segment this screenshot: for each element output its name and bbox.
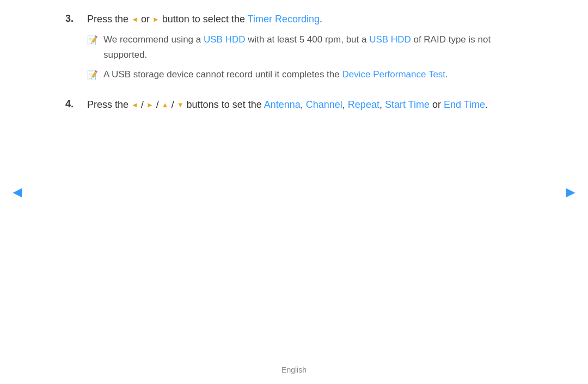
step-4-number: 4. [65, 96, 87, 113]
step-4-press-the: Press the [87, 99, 131, 110]
step-3: 3. Press the ◄ or ► button to select the… [65, 11, 523, 87]
note-2-text-after: . [445, 69, 448, 80]
step-3-content: Press the ◄ or ► button to select the Ti… [87, 11, 523, 87]
step-3-press-the: Press the [87, 14, 131, 25]
note-2-text: A USB storage device cannot record until… [103, 67, 448, 82]
note-1-text-middle: with at least 5 400 rpm, but a [245, 34, 369, 45]
note-1-text: We recommend using a USB HDD with at lea… [103, 32, 523, 63]
step-3-number: 3. [65, 11, 87, 87]
timer-recording-link[interactable]: Timer Recording [248, 14, 320, 25]
step-4-or: or [430, 99, 444, 110]
step-4-period: . [485, 99, 488, 110]
left-arrow-icon: ◄ [131, 15, 138, 23]
device-performance-link[interactable]: Device Performance Test [342, 69, 445, 80]
main-content: 3. Press the ◄ or ► button to select the… [22, 0, 566, 155]
step4-left-arrow-icon: ◄ [131, 101, 138, 109]
step-3-or: or [138, 14, 152, 25]
step-4-buttons-to: buttons to set the [184, 99, 264, 110]
step-3-period: . [320, 14, 322, 25]
usb-hdd-1-link[interactable]: USB HDD [204, 34, 246, 45]
right-arrow-icon: ► [152, 15, 160, 23]
step-4-comma3: , [379, 99, 385, 110]
step4-down-arrow-icon: ▼ [177, 101, 184, 109]
step-4-slash1: / [138, 99, 146, 110]
step4-up-arrow-icon: ▲ [162, 101, 169, 109]
step4-right-arrow-icon: ► [146, 101, 154, 109]
step-4-slash2: / [154, 99, 162, 110]
step-4-comma1: , [301, 99, 306, 110]
note-1: 📝 We recommend using a USB HDD with at l… [87, 32, 523, 63]
start-time-link[interactable]: Start Time [385, 99, 430, 110]
step-3-button-to: button to select the [160, 14, 248, 25]
note-1-icon: 📝 [87, 33, 103, 47]
step-4-content: Press the ◄ / ► / ▲ / ▼ buttons to set t… [87, 96, 523, 113]
note-2: 📝 A USB storage device cannot record unt… [87, 67, 523, 82]
step-4-slash3: / [169, 99, 177, 110]
note-1-text-before: We recommend using a [103, 34, 204, 45]
end-time-link[interactable]: End Time [444, 99, 485, 110]
step-4: 4. Press the ◄ / ► / ▲ / ▼ buttons to se… [65, 96, 523, 113]
usb-hdd-2-link[interactable]: USB HDD [369, 34, 411, 45]
antenna-link[interactable]: Antenna [264, 99, 301, 110]
footer-language: English [281, 365, 307, 374]
channel-link[interactable]: Channel [306, 99, 342, 110]
note-2-icon: 📝 [87, 68, 103, 82]
note-2-text-before: A USB storage device cannot record until… [103, 69, 342, 80]
nav-right-button[interactable]: ► [563, 184, 578, 201]
nav-left-button[interactable]: ◄ [10, 184, 25, 201]
step-4-comma2: , [342, 99, 348, 110]
repeat-link[interactable]: Repeat [348, 99, 379, 110]
